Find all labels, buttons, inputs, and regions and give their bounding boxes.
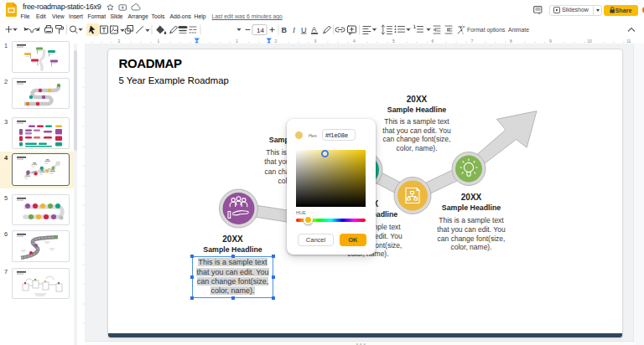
svg-text:10: 10 <box>587 39 592 44</box>
svg-text:1: 1 <box>236 39 238 44</box>
svg-text:2: 2 <box>275 39 278 44</box>
svg-text:A: A <box>312 25 317 33</box>
svg-text:I: I <box>292 26 296 34</box>
svg-text:4: 4 <box>353 39 356 44</box>
svg-text:3: 3 <box>314 39 316 44</box>
svg-text:6: 6 <box>432 39 434 44</box>
svg-text:11: 11 <box>626 39 631 44</box>
svg-text:1: 1 <box>157 39 159 44</box>
svg-text:U: U <box>301 26 307 34</box>
svg-text:7: 7 <box>470 39 473 44</box>
svg-text:14: 14 <box>257 27 264 34</box>
svg-text:9: 9 <box>549 39 552 44</box>
svg-text:8: 8 <box>510 39 512 44</box>
svg-text:2: 2 <box>118 39 121 44</box>
svg-text:Format options: Format options <box>467 27 506 33</box>
svg-text:5: 5 <box>392 39 395 44</box>
svg-text:B: B <box>282 26 288 34</box>
svg-text:Animate: Animate <box>508 27 529 33</box>
